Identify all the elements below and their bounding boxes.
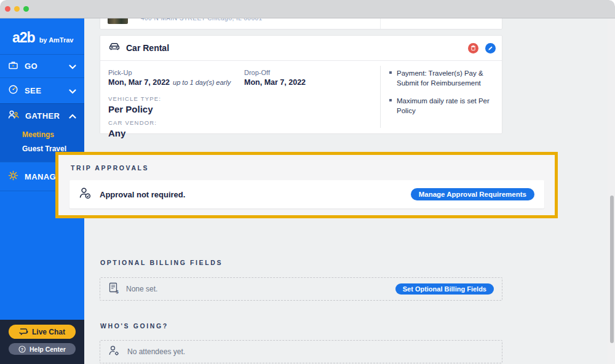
main-content: 400 N MAIN STREET Chicago, IL 60601 Car …	[84, 18, 615, 364]
chevron-down-icon	[69, 61, 76, 72]
pencil-icon	[488, 46, 493, 51]
brand-logo[interactable]: a2b by AmTrav	[0, 18, 84, 54]
approval-status-card: Approval not required. Manage Approval R…	[69, 180, 544, 208]
approval-status-text: Approval not required.	[100, 190, 185, 199]
help-icon: ?	[18, 346, 26, 353]
svg-text:?: ?	[21, 347, 23, 351]
vehicle-type-value: Per Policy	[108, 104, 240, 114]
sidebar-item-label: GO	[25, 61, 38, 71]
brand-byline: by AmTrav	[39, 36, 74, 44]
trip-approvals-highlight-box: TRIP APPROVALS Approval not required. Ma…	[55, 152, 558, 218]
car-vendor-value: Any	[108, 128, 240, 138]
sidebar-item-label: SEE	[25, 86, 41, 95]
gauge-icon	[8, 84, 18, 97]
briefcase-icon	[8, 60, 18, 73]
billing-fields-box: $ None set. Set Optional Billing Fields	[100, 277, 502, 301]
close-window-button[interactable]	[5, 6, 10, 12]
sidebar-item-go[interactable]: GO	[0, 54, 84, 77]
scrollbar-thumb[interactable]	[610, 196, 614, 343]
pickup-date: Mon, Mar 7, 2022	[108, 78, 170, 87]
sidebar-item-gather[interactable]: GATHER	[0, 104, 84, 127]
car-icon	[108, 41, 121, 55]
chat-icon	[19, 328, 28, 336]
billing-fields-heading: OPTIONAL BILLING FIELDS	[100, 259, 223, 266]
dropoff-label: Drop-Off	[244, 69, 306, 76]
live-chat-button[interactable]: Live Chat	[9, 325, 76, 339]
trash-icon	[470, 45, 476, 51]
set-optional-billing-fields-button[interactable]: Set Optional Billing Fields	[395, 283, 494, 295]
chevron-down-icon	[69, 85, 76, 97]
car-rental-body: Pick-Up Mon, Mar 7, 2022up to 1 day(s) e…	[100, 61, 502, 134]
pickup-column: Pick-Up Mon, Mar 7, 2022up to 1 day(s) e…	[108, 69, 240, 138]
brand-name: a2b	[12, 30, 35, 46]
card-title: Car Rental	[126, 43, 169, 53]
dropoff-column: Drop-Off Mon, Mar 7, 2022	[244, 69, 306, 87]
people-icon	[8, 109, 19, 122]
edit-button[interactable]	[485, 43, 496, 53]
help-center-button[interactable]: ? Help Center	[9, 343, 76, 355]
car-rental-header: Car Rental	[100, 36, 502, 61]
whos-going-heading: WHO'S GOING?	[100, 322, 169, 330]
policy-note: Payment: Traveler(s) Pay & Submit for Re…	[389, 68, 496, 88]
bullet-icon	[389, 71, 392, 74]
gear-icon	[8, 170, 18, 183]
bullet-icon	[389, 99, 392, 101]
attendees-status-text: No attendees yet.	[127, 347, 185, 356]
zoom-window-button[interactable]	[23, 6, 29, 12]
policy-notes-column: Payment: Traveler(s) Pay & Submit for Re…	[380, 66, 496, 128]
billing-document-icon: $	[108, 282, 119, 296]
window-titlebar	[0, 0, 615, 18]
dropoff-date: Mon, Mar 7, 2022	[244, 78, 306, 87]
sidebar-footer: Live Chat ? Help Center	[0, 320, 84, 364]
policy-note: Maximum daily rate is set Per Policy	[389, 96, 496, 116]
minimize-window-button[interactable]	[14, 6, 20, 12]
sidebar-item-label: GATHER	[25, 111, 60, 121]
help-center-label: Help Center	[30, 346, 66, 353]
svg-text:$: $	[116, 288, 119, 294]
manage-approval-requirements-button[interactable]: Manage Approval Requirements	[411, 188, 534, 200]
sidebar-item-see[interactable]: SEE	[0, 77, 84, 103]
delete-button[interactable]	[468, 43, 478, 53]
pickup-note: up to 1 day(s) early	[173, 79, 231, 86]
attendees-box: No attendees yet.	[100, 340, 502, 363]
app-window: a2b by AmTrav GO	[0, 0, 615, 364]
pickup-label: Pick-Up	[108, 69, 240, 76]
car-rental-card: Car Rental Pick-Up	[100, 35, 502, 134]
chevron-up-icon	[69, 110, 76, 121]
trip-approvals-heading: TRIP APPROVALS	[71, 164, 555, 172]
person-gear-icon	[108, 345, 121, 359]
sidebar-item-meetings[interactable]: Meetings	[0, 127, 84, 141]
billing-status-text: None set.	[126, 285, 157, 293]
vehicle-type-label: VEHICLE TYPE:	[108, 95, 240, 102]
person-check-icon	[79, 187, 92, 202]
live-chat-label: Live Chat	[32, 328, 65, 336]
car-vendor-label: CAR VENDOR:	[108, 119, 240, 126]
scrollbar-track	[608, 18, 615, 364]
